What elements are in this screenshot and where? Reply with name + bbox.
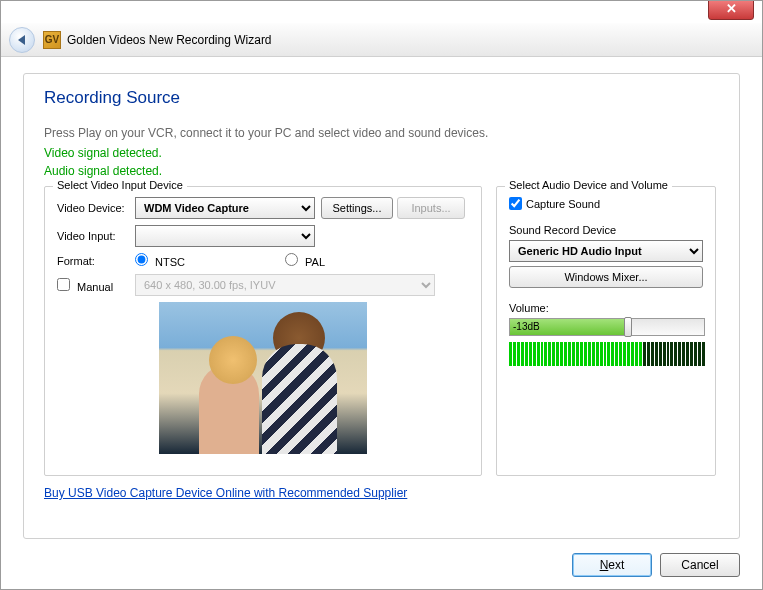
window-title: Golden Videos New Recording Wizard [67,33,272,47]
video-input-select[interactable] [135,225,315,247]
volume-label: Volume: [509,302,703,314]
close-button[interactable]: ✕ [708,0,754,20]
video-legend: Select Video Input Device [53,179,187,191]
windows-mixer-button[interactable]: Windows Mixer... [509,266,703,288]
pal-radio-input[interactable] [285,253,298,266]
manual-checkbox[interactable]: Manual [57,278,135,293]
page-title: Recording Source [44,88,719,108]
preview-subject-2 [273,312,325,364]
pal-radio[interactable]: PAL [285,253,325,268]
back-button[interactable] [9,27,35,53]
volume-value: -13dB [510,319,630,335]
back-arrow-icon [18,35,25,45]
video-device-select[interactable]: WDM Video Capture [135,197,315,219]
format-label: Format: [57,255,135,267]
pal-label: PAL [305,256,325,268]
buy-device-link[interactable]: Buy USB Video Capture Device Online with… [44,486,719,500]
capture-sound-label: Capture Sound [526,198,600,210]
ntsc-radio[interactable]: NTSC [135,253,285,268]
audio-fieldset: Select Audio Device and Volume Capture S… [496,186,716,476]
video-device-label: Video Device: [57,202,135,214]
manual-label: Manual [77,281,113,293]
settings-button[interactable]: Settings... [321,197,393,219]
video-status: Video signal detected. [44,146,719,160]
video-preview [159,302,367,454]
content-panel: Recording Source Press Play on your VCR,… [23,73,740,539]
manual-checkbox-input[interactable] [57,278,70,291]
audio-legend: Select Audio Device and Volume [505,179,672,191]
instruction-text: Press Play on your VCR, connect it to yo… [44,126,719,140]
sound-device-label: Sound Record Device [509,224,703,236]
preview-subject-1 [209,336,257,384]
next-button[interactable]: Next [572,553,652,577]
capture-sound-input[interactable] [509,197,522,210]
volume-slider[interactable]: -13dB [509,318,705,336]
sound-device-select[interactable]: Generic HD Audio Input [509,240,703,262]
ntsc-radio-input[interactable] [135,253,148,266]
video-fieldset: Select Video Input Device Video Device: … [44,186,482,476]
audio-status: Audio signal detected. [44,164,719,178]
app-icon: GV [43,31,61,49]
video-input-label: Video Input: [57,230,135,242]
cancel-button[interactable]: Cancel [660,553,740,577]
ntsc-label: NTSC [155,256,185,268]
capture-sound-checkbox[interactable]: Capture Sound [509,197,703,210]
inputs-button: Inputs... [397,197,465,219]
manual-resolution-select: 640 x 480, 30.00 fps, IYUV [135,274,435,296]
audio-level-meter [509,342,705,366]
header-bar: GV Golden Videos New Recording Wizard [1,23,762,57]
